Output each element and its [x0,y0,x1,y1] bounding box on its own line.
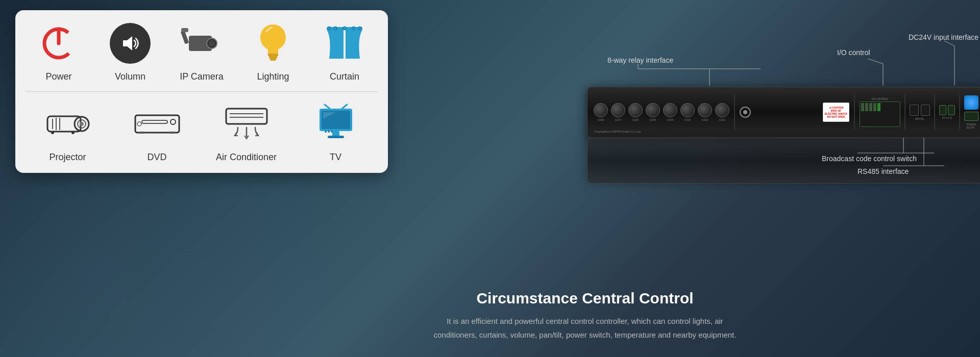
ac-label: Air Conditioner [216,152,277,163]
ipcamera-label: IP Camera [180,71,224,82]
power-label-hw: POWERDC24V [967,123,976,129]
lighting-icon-wrap [250,20,296,66]
right-connectors: IDH IDL [910,105,930,120]
lighting-item[interactable]: Lighting [240,20,306,82]
hardware-section: CH8 CH7 CH6 CH5 CH4 [587,31,954,173]
ch-label: CH1 [719,118,725,121]
io-block [860,101,900,127]
svg-rect-30 [139,132,145,134]
logo-area [740,107,754,118]
dc-conn [948,105,955,115]
ch-label: CH6 [632,118,639,121]
svg-point-43 [331,131,333,133]
dc-label-text: 24 V Z G [942,116,952,119]
svg-point-41 [325,131,327,133]
svg-rect-8 [268,54,278,56]
io-label-text: I/O CONTROL [860,97,900,100]
svg-rect-40 [328,136,344,138]
knob [698,103,712,117]
dvd-icon-wrap [134,101,180,147]
device-front: CH8 CH7 CH6 CH5 CH4 [587,87,980,138]
dc-connectors [939,105,955,115]
ch1: CH1 [715,103,729,121]
projector-label: Projector [49,152,86,163]
pin [873,103,876,111]
volume-item[interactable]: Volumn [97,20,163,82]
annotations-container: CH8 CH7 CH6 CH5 CH4 [587,31,980,173]
knob [663,103,677,117]
ch6: CH6 [628,103,643,121]
knob [594,103,608,117]
projector-item[interactable]: Projector [26,101,110,163]
svg-point-5 [209,40,215,46]
divider2 [854,94,855,130]
ipcamera-item[interactable]: IP Camera [168,20,235,82]
knob [628,103,643,117]
svg-rect-32 [226,109,267,124]
ac-item[interactable]: Air Conditioner [204,101,288,163]
power-item[interactable]: Power [26,20,92,82]
svg-point-28 [170,119,176,124]
lighting-icon [255,20,291,66]
ch4: CH4 [663,103,677,121]
ch-label: CH4 [667,118,673,121]
logo-dot [743,110,747,114]
speaker-svg [118,31,142,56]
svg-point-29 [137,122,141,126]
ch3: CH3 [680,103,695,121]
ch8: CH8 [594,103,608,121]
channel-knobs: CH8 CH7 CH6 CH5 CH4 [594,103,729,121]
tv-icon [315,104,356,144]
volume-icon-wrap [107,20,153,66]
divider5 [959,94,960,130]
svg-point-24 [51,131,54,134]
connector-row [910,105,930,116]
bottom-content: Circumstance Central Control It is an ef… [427,290,743,342]
rs485-annotation: RS485 interface [857,167,909,175]
ipcamera-icon-wrap [179,20,225,66]
divider [734,94,735,130]
svg-rect-39 [332,131,339,136]
power-conn [964,112,978,121]
svg-line-48 [868,59,883,64]
description: It is an efficient and powerful central … [427,314,743,342]
conn [921,105,930,116]
svg-line-50 [944,41,954,46]
ch-label: CH3 [684,118,691,121]
conn-label: IDH IDL [915,117,924,120]
divider3 [904,94,905,130]
dc-conn [939,105,946,115]
power-icon-wrap [36,20,82,66]
knob [680,103,695,117]
dc24v-block: 24 V Z G [939,105,955,119]
bottom-row: Projector DVD [26,92,378,163]
pin-green [877,103,880,111]
svg-rect-11 [327,27,362,30]
dc24v-annotation: DC24V input interface [909,33,978,41]
dvd-label: DVD [147,152,166,163]
blue-led [964,95,978,110]
dvd-item[interactable]: DVD [115,101,199,163]
ac-icon [224,106,270,142]
svg-rect-31 [169,132,175,134]
svg-line-38 [342,105,347,109]
power-label: Power [45,71,71,82]
ch-label: CH7 [615,118,621,121]
knob [611,103,625,117]
curtain-item[interactable]: Curtain [311,20,378,82]
top-row: Power Volumn [26,20,378,92]
caution-box: ⚠ CAUTIONRISK OF ELECTRIC SHOCKDO NOT OP… [823,103,849,122]
control-card: Power Volumn [15,10,388,173]
pin [869,103,872,111]
svg-point-42 [328,131,330,133]
broadcast-annotation: Broadcast code control switch [822,155,917,163]
svg-rect-6 [181,30,189,44]
tv-item[interactable]: TV [293,101,378,163]
dvd-icon [134,111,180,137]
brand-label: Guangzhou DSPPA Audio Co.,Ltd. [595,130,642,133]
logo-circle [740,107,751,118]
tv-label: TV [330,152,341,163]
projector-icon [45,106,91,142]
ch-label: CH5 [650,118,656,121]
ch-label: CH8 [598,118,604,121]
